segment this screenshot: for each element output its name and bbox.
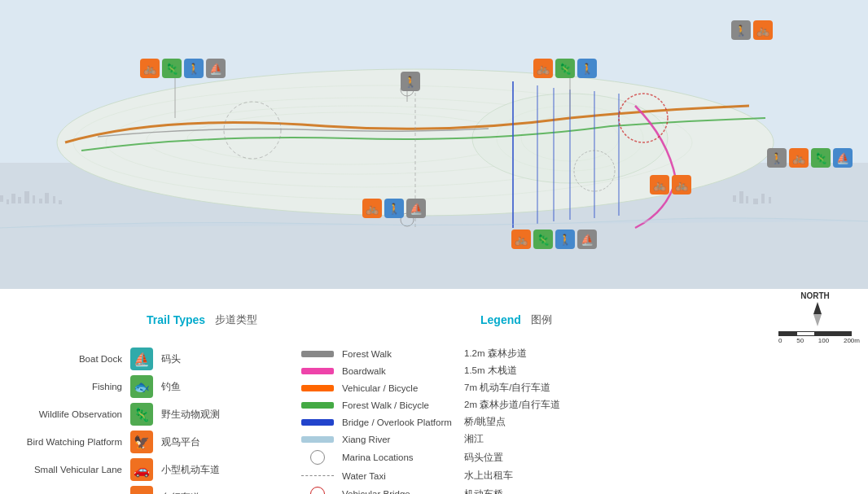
svg-rect-20 bbox=[7, 199, 9, 204]
trail-label-zh-fishing: 钓鱼 bbox=[161, 381, 181, 393]
legend-label-zh-boardwalk: 1.5m 木栈道 bbox=[464, 365, 517, 377]
legend-item-vehicular-bicycle: Vehicular / Bicycle 7m 机动车/自行车道 bbox=[301, 382, 594, 394]
north-label: NORTH bbox=[800, 291, 830, 300]
legend-symbol-water-taxi bbox=[301, 475, 334, 476]
svg-rect-34 bbox=[769, 197, 771, 203]
legend-item-vehicular-bridge: Vehicular Bridge 机动车桥 bbox=[301, 487, 594, 494]
map-icon-gray-4: 🚶 bbox=[731, 20, 751, 40]
trail-label-zh-bird-watching: 观鸟平台 bbox=[161, 436, 200, 448]
map-icon-group-6: 🚲 🚲 bbox=[650, 175, 691, 195]
legend-label-en-boardwalk: Boardwalk bbox=[342, 366, 456, 376]
trail-label-en-wildlife: Wildlife Observation bbox=[16, 409, 122, 419]
legend-column: Forest Walk 1.2m 森林步道 Boardwalk 1.5m 木栈道… bbox=[301, 348, 594, 494]
trail-icon-vehicular-lane: 🚗 bbox=[130, 458, 153, 481]
legend-label-zh-bridge: 桥/眺望点 bbox=[464, 416, 506, 428]
legend-title-en: Legend bbox=[480, 313, 521, 326]
legend-label-en-water-taxi: Water Taxi bbox=[342, 471, 456, 481]
map-icon-blue-1: 🚶 bbox=[184, 59, 204, 78]
legend-label-en-forest-walk-bicycle: Forest Walk / Bicycle bbox=[342, 400, 456, 410]
map-icon-green-2: 🦎 bbox=[555, 59, 575, 78]
map-icon-orange-4: 🚲 bbox=[753, 20, 773, 40]
trail-types-column: Boat Dock ⛵ 码头 Fishing 🐟 钓鱼 Wildlife Obs… bbox=[16, 348, 293, 494]
legend-label-zh-marina: 码头位置 bbox=[464, 452, 503, 464]
north-arrow bbox=[807, 302, 823, 326]
svg-rect-29 bbox=[733, 195, 736, 202]
legend-line-boardwalk bbox=[301, 368, 334, 374]
svg-rect-31 bbox=[746, 196, 748, 203]
trail-label-zh-wildlife: 野生动物观测 bbox=[161, 409, 220, 421]
svg-rect-24 bbox=[33, 195, 35, 203]
trail-icon-bicycle-path: 🚲 bbox=[130, 486, 153, 494]
svg-rect-21 bbox=[11, 194, 15, 203]
trail-item-bicycle-path: Bicycle Path 🚲 自行车道 bbox=[16, 486, 293, 494]
legend-label-zh-forest-walk-bicycle: 2m 森林步道/自行车道 bbox=[464, 399, 560, 411]
map-icon-gray-1: ⛵ bbox=[206, 59, 226, 78]
legend-item-water-taxi: Water Taxi 水上出租车 bbox=[301, 470, 594, 482]
legend-title-zh: 图例 bbox=[531, 313, 552, 327]
map-icon-group-8: 🚲 🦎 🚶 ⛵ bbox=[511, 230, 597, 249]
legend-label-zh-vehicular-bicycle: 7m 机动车/自行车道 bbox=[464, 382, 550, 394]
trail-item-fishing: Fishing 🐟 钓鱼 bbox=[16, 375, 293, 398]
legend-label-en-marina: Marina Locations bbox=[342, 452, 456, 462]
trail-item-wildlife: Wildlife Observation 🦎 野生动物观测 bbox=[16, 403, 293, 426]
map-icon-gray-3: 🚶 bbox=[401, 72, 420, 91]
trail-icon-bird-watching: 🦅 bbox=[130, 431, 153, 453]
trail-icon-boat-dock: ⛵ bbox=[130, 348, 153, 370]
legend-line-bridge bbox=[301, 419, 334, 426]
legend-symbol-vehicular-bridge bbox=[301, 487, 334, 494]
legend-label-en-xiang-river: Xiang River bbox=[342, 435, 456, 444]
map-icon-green-8: 🦎 bbox=[533, 230, 553, 249]
svg-rect-25 bbox=[39, 199, 42, 203]
legend-label-zh-forest-walk: 1.2m 森林步道 bbox=[464, 348, 527, 360]
svg-rect-30 bbox=[739, 191, 743, 203]
map-icon-blue-7: 🚶 bbox=[384, 199, 404, 218]
scale-bar: 050100200m bbox=[778, 331, 852, 344]
map-icon-orange-2: 🚲 bbox=[533, 59, 553, 78]
trail-label-zh-boat-dock: 码头 bbox=[161, 353, 181, 365]
legend-line-xiang-river bbox=[301, 436, 334, 443]
legend-label-en-vehicular-bicycle: Vehicular / Bicycle bbox=[342, 383, 456, 393]
map-icon-group-1: 🚲 🦎 🚶 ⛵ bbox=[140, 59, 226, 78]
trail-item-vehicular-lane: Small Vehicular Lane 🚗 小型机动车道 bbox=[16, 458, 293, 481]
legend-item-marina: Marina Locations 码头位置 bbox=[301, 450, 594, 465]
legend-item-forest-walk-bicycle: Forest Walk / Bicycle 2m 森林步道/自行车道 bbox=[301, 399, 594, 411]
map-icon-orange-6b: 🚲 bbox=[672, 175, 691, 195]
legend-line-forest-walk-bicycle bbox=[301, 402, 334, 409]
map-icon-orange-7: 🚲 bbox=[362, 199, 382, 218]
svg-rect-22 bbox=[18, 197, 21, 203]
map-icon-group-2: 🚲 🦎 🚶 bbox=[533, 59, 597, 78]
map-icon-orange-8: 🚲 bbox=[511, 230, 531, 249]
legend-line-vehicular-bicycle bbox=[301, 385, 334, 391]
trail-types-title-en: Trail Types bbox=[147, 313, 205, 326]
map-icon-group-7: 🚲 🚶 ⛵ bbox=[362, 199, 426, 218]
trail-label-en-bird-watching: Bird Watching Platform bbox=[16, 437, 122, 447]
legend-label-en-bridge: Bridge / Overlook Platform bbox=[342, 417, 456, 427]
trail-item-boat-dock: Boat Dock ⛵ 码头 bbox=[16, 348, 293, 370]
legend-item-bridge: Bridge / Overlook Platform 桥/眺望点 bbox=[301, 416, 594, 428]
legend-symbol-marina bbox=[301, 450, 334, 465]
map-icon-gray-5: 🚶 bbox=[767, 148, 787, 168]
map-area: 🚲 🦎 🚶 ⛵ 🚲 🦎 🚶 🚶 🚶 🚲 🚶 🚲 🦎 ⛵ 🚲 🚲 🚲 🚶 ⛵ bbox=[0, 0, 868, 289]
svg-rect-27 bbox=[53, 196, 55, 203]
legend-label-en-vehicular-bridge: Vehicular Bridge bbox=[342, 489, 456, 494]
svg-rect-28 bbox=[59, 200, 62, 204]
map-icon-gray-7: ⛵ bbox=[406, 199, 426, 218]
svg-rect-26 bbox=[45, 193, 49, 203]
map-icon-blue-5: ⛵ bbox=[833, 148, 853, 168]
legend-label-zh-water-taxi: 水上出租车 bbox=[464, 470, 513, 482]
trail-label-en-boat-dock: Boat Dock bbox=[16, 354, 122, 364]
legend-item-boardwalk: Boardwalk 1.5m 木栈道 bbox=[301, 365, 594, 377]
trail-label-en-vehicular-lane: Small Vehicular Lane bbox=[16, 465, 122, 474]
legend-label-en-forest-walk: Forest Walk bbox=[342, 349, 456, 359]
trail-icon-fishing: 🐟 bbox=[130, 375, 153, 398]
map-icon-green-5: 🦎 bbox=[811, 148, 831, 168]
map-icon-blue-8: 🚶 bbox=[555, 230, 575, 249]
legend-item-forest-walk: Forest Walk 1.2m 森林步道 bbox=[301, 348, 594, 360]
svg-rect-33 bbox=[761, 194, 765, 203]
map-icon-group-4: 🚶 🚲 bbox=[731, 20, 773, 40]
legend-line-forest-walk bbox=[301, 351, 334, 357]
legend-headers: Trail Types 步道类型 Legend 图例 NORTH 0501 bbox=[0, 289, 868, 348]
svg-rect-23 bbox=[24, 191, 29, 203]
legend-label-zh-xiang-river: 湘江 bbox=[464, 433, 484, 445]
map-icon-orange-5: 🚲 bbox=[789, 148, 809, 168]
